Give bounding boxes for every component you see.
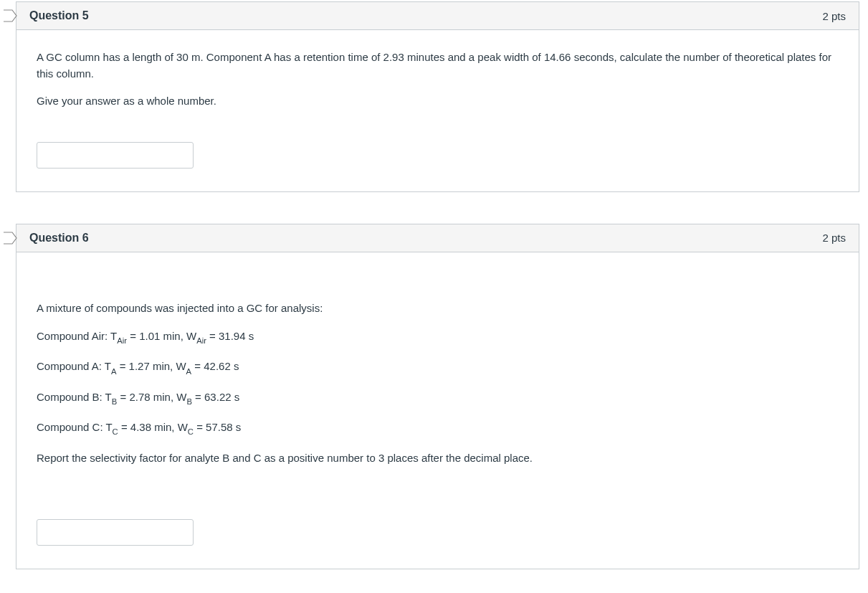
question-text: Compound B: TB = 2.78 min, WB = 63.22 s [37,389,839,407]
question-text: A GC column has a length of 30 m. Compon… [37,49,839,82]
question-title: Question 6 [29,232,89,245]
question-text: Give your answer as a whole number. [37,92,839,109]
question-body: A GC column has a length of 30 m. Compon… [16,30,859,191]
pending-indicator-icon [4,8,19,24]
question-header: Question 6 2 pts [16,224,859,252]
question-header: Question 5 2 pts [16,2,859,30]
question-text: A mixture of compounds was injected into… [37,300,839,316]
pending-indicator-icon [4,230,19,246]
question-text: Report the selectivity factor for analyt… [37,450,839,466]
answer-input[interactable] [37,519,194,546]
answer-input[interactable] [37,142,194,169]
question-body: A mixture of compounds was injected into… [16,252,859,569]
question-text: Compound A: TA = 1.27 min, WA = 42.62 s [37,358,839,376]
question-card: Question 5 2 pts A GC column has a lengt… [16,1,859,192]
question-card: Question 6 2 pts A mixture of compounds … [16,224,859,569]
question-title: Question 5 [29,9,89,22]
question-points: 2 pts [822,10,846,22]
question-text: Compound C: TC = 4.38 min, WC = 57.58 s [37,419,839,437]
question-text: Compound Air: TAir = 1.01 min, WAir = 31… [37,328,839,346]
question-points: 2 pts [822,232,846,244]
